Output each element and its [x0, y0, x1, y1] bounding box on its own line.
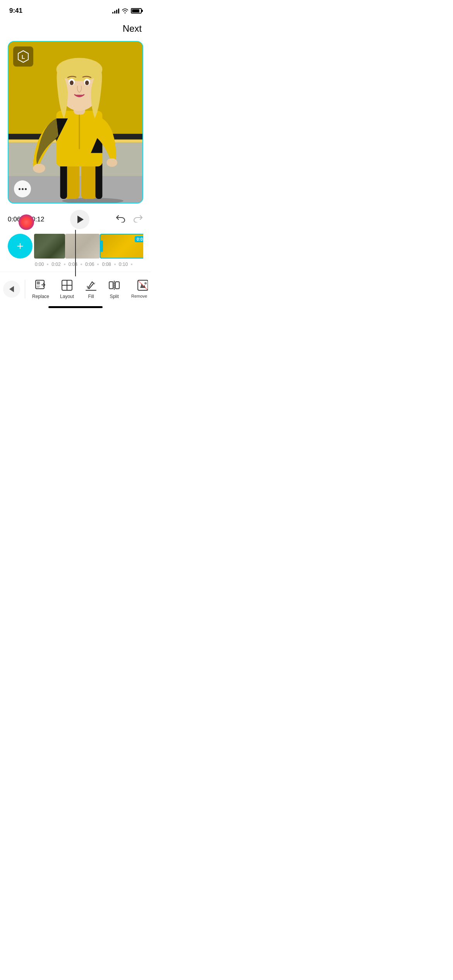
remove-bg-label: Remove Backgr... [131, 294, 148, 298]
fill-label: Fill [88, 294, 94, 299]
layout-icon [61, 279, 73, 291]
home-indicator [48, 306, 103, 308]
svg-point-20 [70, 81, 74, 85]
remove-bg-icon [137, 279, 148, 291]
replace-icon [34, 279, 47, 291]
ts-dot [131, 264, 132, 265]
layout-label: Layout [60, 294, 74, 299]
clip-item[interactable] [65, 234, 100, 259]
ts-dot [97, 264, 99, 265]
svg-point-21 [85, 81, 89, 85]
layout-tool-button[interactable]: Layout [55, 277, 79, 302]
timestamp: 0:02 [51, 262, 60, 267]
timestamp: 0:08 [102, 262, 111, 267]
undo-button[interactable] [115, 214, 125, 225]
clip-item[interactable] [34, 234, 65, 259]
signal-icon [112, 8, 119, 14]
svg-point-14 [106, 158, 117, 167]
ts-dot [114, 264, 116, 265]
next-button[interactable]: Next [123, 23, 142, 34]
video-preview: L [8, 41, 143, 204]
svg-text:L: L [22, 54, 25, 60]
undo-icon [115, 214, 125, 223]
svg-rect-30 [109, 282, 113, 289]
replace-tool-button[interactable]: Replace [27, 277, 55, 302]
play-button[interactable] [70, 210, 89, 229]
add-clip-button[interactable]: + [8, 234, 33, 259]
fill-icon [85, 279, 97, 291]
video-thumbnail: L [9, 42, 142, 203]
scrubber-line [75, 230, 76, 276]
svg-rect-25 [37, 281, 40, 284]
plus-icon: + [17, 240, 24, 252]
svg-rect-31 [115, 282, 119, 289]
timestamp: 0:04 [69, 262, 77, 267]
battery-icon [131, 8, 142, 14]
status-icons [112, 8, 142, 14]
replace-label: Replace [32, 294, 49, 299]
status-time: 9:41 [9, 7, 22, 15]
timestamp: 0:00 [35, 262, 44, 267]
toolbar-divider [25, 280, 25, 298]
timeline-area: + 0:03 [8, 234, 143, 269]
remove-bg-tool-button[interactable]: Remove Backgr... [126, 277, 148, 302]
more-options-icon [19, 188, 27, 190]
gradient-orb [19, 214, 34, 230]
clip-handle-left[interactable] [101, 240, 103, 252]
redo-button[interactable] [133, 214, 143, 225]
svg-point-13 [33, 164, 45, 173]
ts-dot [47, 264, 48, 265]
top-nav: Next [0, 19, 151, 38]
undo-redo-controls [115, 214, 143, 225]
timestamp: 0:06 [85, 262, 94, 267]
clip-item-selected[interactable]: 0:03 [100, 234, 143, 259]
split-tool-button[interactable]: Split [103, 277, 126, 302]
svg-point-17 [56, 58, 102, 81]
svg-point-34 [144, 282, 147, 284]
back-chevron-icon [9, 286, 14, 292]
play-icon [77, 216, 84, 223]
split-label: Split [110, 294, 118, 299]
back-button[interactable] [3, 281, 20, 298]
clip-duration-badge: 0:03 [135, 236, 143, 242]
toolbar-items: Replace Layout [27, 277, 148, 302]
timeline-section: 0:06.04/0:12 [0, 210, 151, 269]
watermark-badge[interactable]: L [13, 46, 33, 67]
wifi-icon [122, 8, 129, 14]
ts-dot [81, 264, 82, 265]
split-icon [108, 279, 120, 291]
redo-icon [133, 214, 143, 223]
status-bar: 9:41 [0, 0, 151, 19]
ts-dot [64, 264, 65, 265]
fill-tool-button[interactable]: Fill [79, 277, 103, 302]
timestamp: 0:10 [119, 262, 128, 267]
watermark-icon: L [17, 50, 30, 63]
more-options-button[interactable] [14, 180, 31, 197]
